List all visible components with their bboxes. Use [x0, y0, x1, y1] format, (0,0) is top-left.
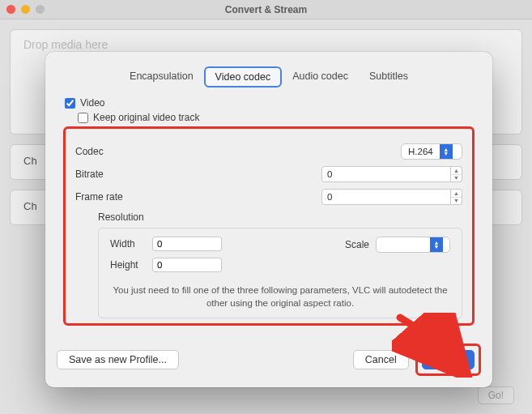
codec-label: Codec [75, 146, 156, 157]
chevron-up-icon[interactable]: ▲ [451, 167, 462, 175]
framerate-label: Frame rate [75, 191, 156, 203]
keep-original-row[interactable]: Keep original video track [78, 112, 475, 123]
resolution-box: Width Height Scale [98, 228, 462, 318]
video-enable-label: Video [80, 97, 104, 109]
codec-select[interactable]: H.264 ▲▼ [401, 143, 462, 160]
keep-original-label: Keep original video track [93, 112, 199, 123]
video-codec-panel: Video Keep original video track Codec H.… [57, 97, 481, 332]
framerate-stepper[interactable]: ▲▼ [321, 189, 462, 205]
scale-row: Scale ▲▼ [345, 237, 450, 253]
resolution-group: Resolution Width Height [98, 211, 462, 318]
bitrate-row: Bitrate ▲▼ [75, 166, 462, 182]
keep-original-checkbox[interactable] [78, 113, 88, 123]
framerate-row: Frame rate ▲▼ [75, 189, 462, 205]
width-row: Width [110, 237, 222, 251]
bitrate-step-buttons[interactable]: ▲▼ [451, 166, 462, 182]
width-label: Width [110, 238, 146, 250]
tab-audio-codec[interactable]: Audio codec [282, 66, 359, 87]
chevron-down-icon[interactable]: ▼ [451, 175, 462, 182]
bitrate-stepper[interactable]: ▲▼ [321, 166, 462, 182]
height-label: Height [110, 259, 146, 271]
resolution-label: Resolution [98, 211, 462, 223]
tab-video-codec[interactable]: Video codec [204, 66, 283, 87]
tabs: Encapsulation Video codec Audio codec Su… [57, 66, 481, 87]
highlight-settings-box: Codec H.264 ▲▼ Bitrate ▲▼ [63, 126, 475, 326]
codec-row: Codec H.264 ▲▼ [75, 143, 462, 160]
chevron-down-icon[interactable]: ▼ [451, 198, 462, 205]
main-window: Convert & Stream Drop media here Ch Ch G… [0, 0, 532, 414]
framerate-input[interactable] [321, 189, 451, 205]
bitrate-input[interactable] [321, 166, 451, 182]
save-profile-button[interactable]: Save as new Profile... [57, 350, 179, 369]
apply-button[interactable]: Apply [422, 350, 475, 369]
scale-select[interactable]: ▲▼ [376, 237, 450, 253]
tab-encapsulation[interactable]: Encapsulation [119, 66, 204, 87]
height-row: Height [110, 258, 222, 272]
height-input[interactable] [152, 258, 222, 272]
width-input[interactable] [152, 237, 222, 251]
framerate-step-buttons[interactable]: ▲▼ [451, 189, 462, 205]
video-enable-checkbox[interactable] [65, 98, 75, 109]
tab-subtitles[interactable]: Subtitles [359, 66, 419, 87]
modal-footer: Save as new Profile... Cancel Apply [57, 344, 481, 376]
updown-icon: ▲▼ [440, 144, 453, 159]
profile-edit-modal: Encapsulation Video codec Audio codec Su… [45, 52, 492, 387]
highlight-apply-box: Apply [415, 344, 481, 376]
bitrate-label: Bitrate [75, 169, 156, 180]
chevron-up-icon[interactable]: ▲ [451, 190, 462, 198]
video-enable-row[interactable]: Video [65, 97, 475, 109]
scale-label: Scale [345, 239, 369, 250]
resolution-hint: You just need to fill one of the three f… [110, 284, 450, 309]
updown-icon: ▲▼ [430, 237, 443, 252]
codec-value: H.264 [402, 147, 440, 156]
cancel-button[interactable]: Cancel [353, 350, 409, 369]
